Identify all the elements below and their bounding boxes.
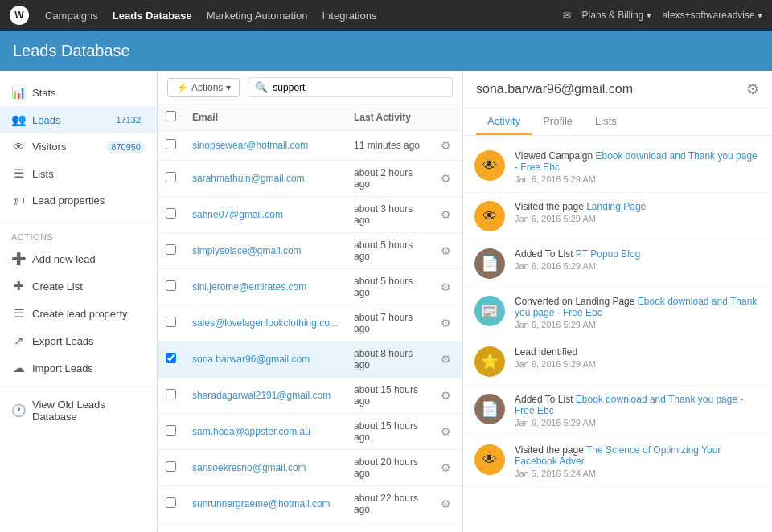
row-gear-button[interactable]: ⚙ [437,387,454,403]
activity-link[interactable]: Landing Page [584,201,646,212]
email-link[interactable]: sunrunnergraeme@hotmail.com [192,498,331,509]
top-nav-links: Campaigns Leads Database Marketing Autom… [45,10,547,22]
row-checkbox[interactable] [166,244,176,255]
activity-link[interactable]: Ebook download and Thank you page - Free… [515,150,758,173]
row-gear-button[interactable]: ⚙ [437,424,454,440]
activity-date: Jan 6, 2016 5:29 AM [515,359,761,369]
row-gear-button[interactable]: ⚙ [437,351,454,367]
sidebar-item-old-db[interactable]: 🕐 View Old Leads Database [0,392,157,429]
row-checkbox[interactable] [166,280,176,291]
col-checkbox [158,104,184,131]
row-gear-button[interactable]: ⚙ [437,207,454,223]
activity-item: 👁 Visited the page Landing Page Jan 6, 2… [463,193,772,240]
row-gear-button[interactable]: ⚙ [437,243,454,259]
create-property-icon: ☰ [11,306,26,321]
email-link[interactable]: sam.hoda@appster.com.au [192,426,310,437]
row-checkbox[interactable] [166,139,176,149]
row-gear-button[interactable]: ⚙ [437,170,454,186]
leads-icon: 👥 [11,113,26,127]
email-link[interactable]: simplysolace@gmail.com [192,245,302,256]
row-gear-button[interactable]: ⚙ [437,137,454,153]
table-row[interactable]: sarahmathuin@gmail.com about 2 hours ago… [158,161,462,197]
email-link[interactable]: sarahmathuin@gmail.com [192,173,305,184]
activity-date: Jan 6, 2016 5:29 AM [515,174,761,184]
visitors-icon: 👁 [11,140,26,153]
tab-activity[interactable]: Activity [476,108,532,135]
tab-lists[interactable]: Lists [584,108,628,135]
select-all-checkbox[interactable] [166,111,176,121]
sidebar-item-create-list[interactable]: ✚ Create List [0,272,157,300]
row-checkbox[interactable] [166,425,176,436]
table-row[interactable]: sona.barwar96@gmail.com about 8 hours ag… [158,342,462,378]
email-link[interactable]: sinopsewear@hotmail.com [192,140,308,151]
actions-button[interactable]: ⚡ Actions ▾ [167,78,240,97]
row-checkbox[interactable] [166,172,176,182]
table-row[interactable]: simplysolace@gmail.com about 5 hours ago… [158,233,462,269]
detail-gear-button[interactable]: ⚙ [746,80,759,98]
row-gear-button[interactable]: ⚙ [437,460,454,476]
table-row[interactable]: sam.hoda@appster.com.au about 15 hours a… [158,414,462,450]
activity-link[interactable]: Ebook download and Thank you page - Free… [515,394,743,416]
row-checkbox[interactable] [166,353,176,363]
row-email: sunrunnergraeme@hotmail.com [184,486,346,522]
row-gear-button[interactable]: ⚙ [437,279,454,295]
nav-integrations[interactable]: Integrations [322,10,377,22]
table-row[interactable]: sinopsewear@hotmail.com 11 minutes ago ⚙ [158,131,462,161]
page-header: Leads Database [0,31,772,71]
activity-content: Added To List Ebook download and Thank y… [515,394,761,428]
sidebar-label-import-leads: Import Leads [32,362,93,374]
sidebar-item-export-leads[interactable]: ↗ Export Leads [0,327,157,354]
user-menu-btn[interactable]: alexs+softwareadvise ▾ [663,10,762,21]
tab-profile[interactable]: Profile [532,108,584,135]
email-link[interactable]: sini.jerome@emirates.com [192,281,306,293]
sidebar-item-import-leads[interactable]: ☁ Import Leads [0,354,157,382]
row-gear-button[interactable]: ⚙ [437,315,454,331]
sidebar-item-stats[interactable]: 📊 Stats [0,79,157,106]
email-link[interactable]: sales@lovelagenlookclothing.co... [192,317,338,329]
email-link[interactable]: sarisoekresno@gmail.com [192,462,306,473]
search-input[interactable] [273,82,446,93]
row-gear-button[interactable]: ⚙ [437,496,454,512]
content-area: ⚡ Actions ▾ 🔍 Email [158,71,772,532]
table-row[interactable]: sharadagarwal2191@gmail.com about 15 hou… [158,378,462,414]
plans-billing-btn[interactable]: Plans & Billing ▾ [582,10,651,21]
sidebar-item-lists[interactable]: ☰ Lists [0,160,157,187]
sidebar: 📊 Stats 👥 Leads 17132 👁 Visitors 870950 … [0,71,158,532]
row-checkbox[interactable] [166,497,176,508]
table-row[interactable]: sales@lovelagenlookclothing.co... about … [158,305,462,342]
visitors-badge: 870950 [106,141,146,153]
sidebar-item-leads[interactable]: 👥 Leads 17132 [0,106,157,133]
sidebar-item-lead-properties[interactable]: 🏷 Lead properties [0,187,157,214]
sidebar-item-visitors[interactable]: 👁 Visitors 870950 [0,133,157,160]
email-link[interactable]: sahne07@gmail.com [192,209,283,220]
nav-leads-database[interactable]: Leads Database [113,10,192,22]
table-row[interactable]: sini.jerome@emirates.com about 5 hours a… [158,269,462,305]
sidebar-item-add-lead[interactable]: ➕ Add new lead [0,245,157,272]
activity-link[interactable]: PT Popup Blog [573,248,641,260]
row-checkbox-cell [158,131,184,161]
row-last-activity: about 15 hours ago [346,378,429,414]
row-checkbox[interactable] [166,317,176,327]
table-row[interactable]: sahne07@gmail.com about 3 hours ago ⚙ [158,197,462,233]
activity-title: Visited the page Landing Page [515,201,761,212]
table-row[interactable]: sunrunnergraeme@hotmail.com about 22 hou… [158,486,462,522]
row-checkbox[interactable] [166,461,176,472]
sidebar-label-create-property: Create lead property [32,308,128,320]
email-link[interactable]: sona.barwar96@gmail.com [192,354,310,365]
sidebar-label-create-list: Create List [32,280,83,293]
nav-marketing-automation[interactable]: Marketing Automation [207,10,308,22]
email-link[interactable]: sharadagarwal2191@gmail.com [192,390,331,401]
row-email: sales@lovelagenlookclothing.co... [184,305,346,342]
table-row[interactable]: sarisoekresno@gmail.com about 20 hours a… [158,450,462,486]
sidebar-item-create-property[interactable]: ☰ Create lead property [0,300,157,327]
row-checkbox[interactable] [166,208,176,219]
activity-link[interactable]: Ebook download and Thank you page - Free… [515,296,757,318]
sidebar-label-leads: Leads [32,114,60,126]
nav-campaigns[interactable]: Campaigns [45,10,98,22]
activity-title: Added To List Ebook download and Thank y… [515,394,761,416]
activity-link[interactable]: The Science of Optimizing Your Facebook … [515,444,721,467]
stats-icon: 📊 [11,85,26,100]
row-checkbox[interactable] [166,389,176,399]
row-email: simplysolace@gmail.com [184,233,346,269]
mail-icon[interactable]: ✉ [563,10,571,21]
